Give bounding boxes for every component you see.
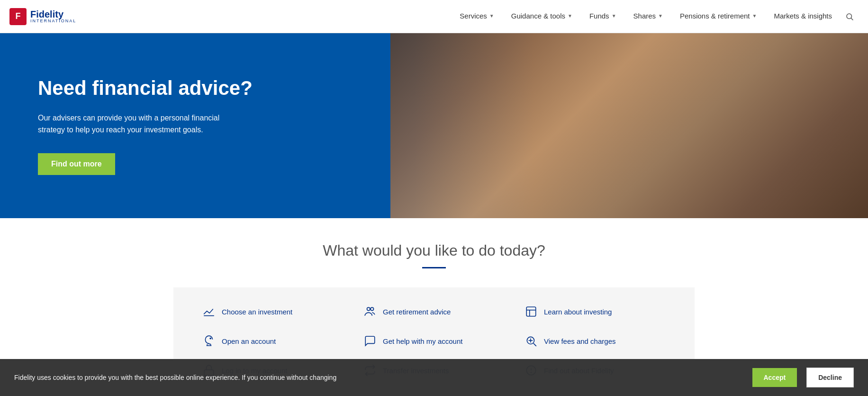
action-label-get-help-account: Get help with my account — [383, 337, 462, 345]
hero-banner: Need financial advice? Our advisers can … — [0, 33, 868, 218]
nav-item-funds[interactable]: Funds▼ — [581, 0, 625, 33]
action-item-view-fees[interactable]: View fees and charges — [515, 326, 676, 356]
section-divider — [422, 267, 446, 268]
svg-rect-5 — [526, 307, 536, 316]
action-item-choose-investment[interactable]: Choose an investment — [192, 297, 353, 326]
hero-content: Need financial advice? Our advisers can … — [0, 33, 478, 218]
chevron-icon-shares: ▼ — [658, 13, 663, 18]
nav-item-shares[interactable]: Shares▼ — [625, 0, 671, 33]
action-label-choose-investment: Choose an investment — [222, 308, 292, 316]
magnify-icon — [524, 335, 538, 347]
people-icon — [363, 305, 377, 318]
action-label-learn-investing: Learn about investing — [544, 308, 612, 316]
action-item-open-account[interactable]: Open an account — [192, 326, 353, 356]
nav-label-pensions: Pensions & retirement — [680, 12, 750, 20]
nav-label-services: Services — [460, 12, 487, 20]
piggy-icon — [202, 335, 216, 347]
hero-cta-button[interactable]: Find out more — [38, 153, 115, 175]
chart-icon — [202, 305, 216, 318]
hero-title: Need financial advice? — [38, 76, 440, 100]
chevron-icon-pensions: ▼ — [752, 13, 757, 18]
nav-label-guidance-tools: Guidance & tools — [511, 12, 565, 20]
book-icon — [524, 305, 538, 318]
chevron-icon-funds: ▼ — [612, 13, 616, 18]
logo-text: Fidelity INTERNATIONAL — [30, 9, 76, 23]
nav-label-shares: Shares — [633, 12, 656, 20]
section-title: What would you like to do today? — [9, 242, 859, 259]
nav-label-funds: Funds — [589, 12, 609, 20]
cookie-accept-button[interactable]: Accept — [752, 368, 797, 387]
nav-item-markets[interactable]: Markets & insights — [765, 0, 841, 33]
search-button[interactable] — [841, 0, 859, 33]
action-label-view-fees: View fees and charges — [544, 337, 616, 345]
action-item-get-retirement-advice[interactable]: Get retirement advice — [353, 297, 515, 326]
logo-icon: F — [9, 8, 27, 25]
cookie-banner: Fidelity uses cookies to provide you wit… — [0, 359, 868, 396]
nav-item-services[interactable]: Services▼ — [451, 0, 502, 33]
logo-name: Fidelity — [30, 9, 76, 19]
svg-point-3 — [367, 307, 371, 311]
nav-item-pensions[interactable]: Pensions & retirement▼ — [671, 0, 765, 33]
action-item-get-help-account[interactable]: Get help with my account — [353, 326, 515, 356]
chevron-icon-guidance-tools: ▼ — [568, 13, 572, 18]
hero-description: Our advisers can provide you with a pers… — [38, 112, 237, 136]
action-label-open-account: Open an account — [222, 337, 276, 345]
header: F Fidelity INTERNATIONAL Services▼Guidan… — [0, 0, 868, 33]
chevron-icon-services: ▼ — [489, 13, 494, 18]
action-label-get-retirement-advice: Get retirement advice — [383, 308, 451, 316]
nav-item-guidance-tools[interactable]: Guidance & tools▼ — [503, 0, 581, 33]
svg-point-8 — [210, 338, 211, 339]
svg-point-0 — [847, 14, 852, 19]
nav-label-markets: Markets & insights — [774, 12, 832, 20]
logo-link[interactable]: F Fidelity INTERNATIONAL — [9, 8, 76, 25]
chat-icon — [363, 335, 377, 347]
svg-point-4 — [371, 307, 374, 311]
svg-line-10 — [533, 343, 536, 346]
logo-sub: INTERNATIONAL — [30, 19, 76, 23]
action-item-learn-investing[interactable]: Learn about investing — [515, 297, 676, 326]
cookie-text: Fidelity uses cookies to provide you wit… — [14, 373, 743, 383]
svg-line-1 — [851, 18, 853, 20]
cookie-decline-button[interactable]: Decline — [806, 368, 854, 387]
main-nav: Services▼Guidance & tools▼Funds▼Shares▼P… — [451, 0, 841, 33]
